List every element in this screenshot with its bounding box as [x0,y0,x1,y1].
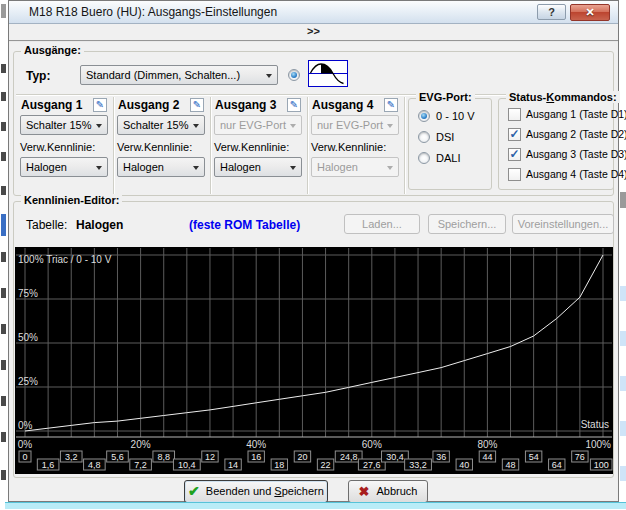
channel-curve-value: Halogen [317,161,358,173]
checkbox-label: Ausgang 4 (Taste D4) [526,168,626,181]
svg-text:16: 16 [251,452,261,462]
channel-mode-value: Schalter 15% [123,119,188,131]
checkbox-row: Ausgang 4 (Taste D4) [508,167,611,183]
chevron-down-icon [266,74,272,78]
rom-note: (feste ROM Tabelle) [189,218,300,232]
checkbox-label: Ausgang 3 (Taste D3) [526,148,626,161]
chevron-down-icon [387,124,393,128]
channel-curve-value: Halogen [220,161,261,173]
chevron-down-icon [387,166,393,170]
svg-text:0: 0 [22,452,27,462]
close-button[interactable]: ✕ [570,4,610,21]
edit-icon[interactable]: ✎ [287,98,301,112]
background-window-fragment [1,360,6,370]
help-button[interactable]: ? [537,4,566,20]
svg-text:18: 18 [274,460,284,470]
titlebar[interactable]: M18 R18 Buero (HU): Ausgangs-Einstellung… [9,1,618,24]
channel-mode-select[interactable]: Schalter 15% [20,115,108,135]
background-window-fragment [1,252,6,262]
background-window-fragment [1,4,6,18]
radio-row: DALI [418,151,489,167]
svg-text:8,8: 8,8 [157,452,170,462]
type-select-value: Standard (Dimmen, Schalten...) [86,69,240,81]
save-table-button-label: Speichern... [429,215,505,233]
svg-text:100: 100 [594,460,609,470]
checkbox-label: Ausgang 1 (Taste D1) [526,108,626,121]
kennlinie-label: Verw.Kennlinie: [117,141,192,153]
checkbox-ausgang-1[interactable] [508,108,521,121]
background-window-fragment [1,432,6,442]
svg-text:10,4: 10,4 [178,460,196,470]
evg-port-group: EVG-Port: 0 - 10 V DSI DALI [408,98,492,190]
outputs-group-label: Ausgänge: [21,44,84,56]
svg-text:48: 48 [506,460,516,470]
svg-text:40%: 40% [246,439,266,450]
background-window-fragment [1,152,6,161]
table-value: Halogen [76,218,123,232]
chevron-down-icon [96,124,102,128]
load-button-label: Laden... [345,215,419,233]
svg-text:7,2: 7,2 [134,460,147,470]
background-window-fragment [1,186,6,195]
svg-text:25%: 25% [18,376,38,387]
save-and-close-button[interactable]: ✔Beenden und Speichern [184,480,328,503]
radio-row: 0 - 10 V [418,109,489,125]
channel-mode-select: nur EVG-Port [214,115,302,135]
channel-title: Ausgang 3 [215,98,276,112]
svg-text:33,2: 33,2 [409,460,427,470]
background-window-fragment [620,331,626,346]
channel-mode-value: nur EVG-Port [317,119,383,131]
save-button-label: Beenden und [206,485,275,497]
save-table-button: Speichern... [428,214,506,234]
svg-text:44: 44 [482,452,492,462]
channel-title: Ausgang 4 [312,98,373,112]
svg-text:20: 20 [297,452,307,462]
radio-row: DSI [418,130,489,146]
checkbox-label: Ausgang 2 (Taste D2) [526,128,626,141]
channel-column-2: Ausgang 2 ✎ Schalter 15% Verw.Kennlinie:… [113,97,211,194]
background-window-fragment [1,288,6,298]
channel-curve-value: Halogen [123,161,164,173]
background-window-fragment [620,376,626,391]
background-window-fragment [620,421,626,436]
background-window-fragment [1,324,6,334]
checkbox-ausgang-2[interactable]: ✓ [508,128,521,141]
checkbox-row: ✓ Ausgang 2 (Taste D2) [508,127,611,143]
channel-mode-select[interactable]: Schalter 15% [117,115,205,135]
svg-text:54: 54 [529,452,539,462]
svg-text:24,8: 24,8 [340,452,358,462]
svg-text:0%: 0% [18,420,33,431]
channel-curve-select[interactable]: Halogen [117,157,205,177]
chevron-down-icon [290,166,296,170]
channel-mode-select: nur EVG-Port [311,115,399,135]
expand-button[interactable]: >> [9,23,618,42]
channel-curve-value: Halogen [26,161,67,173]
svg-text:0%: 0% [18,439,33,450]
svg-text:60%: 60% [362,439,382,450]
channel-curve-select[interactable]: Halogen [20,157,108,177]
svg-text:1,6: 1,6 [42,460,55,470]
svg-text:75%: 75% [18,288,38,299]
radio-dsi[interactable] [418,131,430,143]
type-select[interactable]: Standard (Dimmen, Schalten...) [80,65,278,85]
status-commands-group: Status-Kommandos: Ausgang 1 (Taste D1) ✓… [498,98,614,190]
edit-icon[interactable]: ✎ [93,98,107,112]
svg-text:20%: 20% [131,439,151,450]
radio-dali[interactable] [418,152,430,164]
edit-icon[interactable]: ✎ [384,98,398,112]
channel-curve-select[interactable]: Halogen [214,157,302,177]
channel-title: Ausgang 2 [118,98,179,112]
radio-0-10v[interactable] [418,110,430,122]
channel-column-4: Ausgang 4 ✎ nur EVG-Port Verw.Kennlinie:… [307,97,405,194]
chevron-down-icon [96,166,102,170]
type-radio[interactable] [288,69,300,81]
edit-icon[interactable]: ✎ [190,98,204,112]
channel-mode-value: Schalter 15% [26,119,91,131]
cancel-button[interactable]: ✖Abbruch [348,480,428,503]
kennlinie-chart[interactable]: 100% Triac / 0 - 10 V75%50%25%0%Status0%… [15,247,613,474]
checkbox-ausgang-3[interactable]: ✓ [508,148,521,161]
x-icon: ✖ [359,484,370,499]
screen: M18 R18 Buero (HU): Ausgangs-Einstellung… [0,0,626,510]
presets-button-label: Voreinstellungen... [513,215,613,233]
checkbox-ausgang-4[interactable] [508,168,521,181]
